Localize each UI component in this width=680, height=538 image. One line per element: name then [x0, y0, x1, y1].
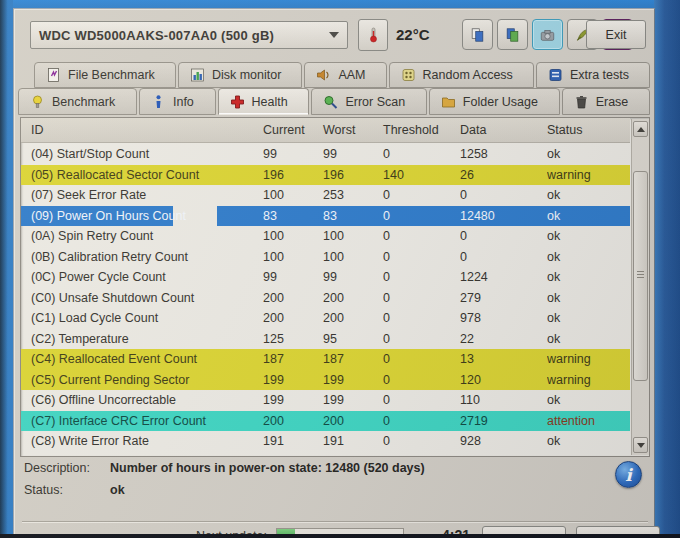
cell-current: 196: [263, 168, 323, 182]
tab-label: Health: [252, 95, 288, 109]
table-row[interactable]: (0C) Power Cycle Count 99 99 0 1224 ok: [21, 267, 630, 288]
cell-id: (0A) Spin Retry Count: [31, 229, 263, 243]
temperature-button[interactable]: [358, 19, 388, 51]
table-row[interactable]: (C6) Offline Uncorrectable 199 199 0 110…: [21, 390, 630, 411]
cell-status: ok: [547, 434, 630, 448]
table-row[interactable]: (C5) Current Pending Sector 199 199 0 12…: [21, 370, 630, 391]
cell-worst: 200: [323, 291, 383, 305]
cell-data: 26: [460, 168, 547, 182]
tab-label: Random Access: [423, 68, 513, 82]
cell-data: 1258: [460, 147, 547, 161]
table-row[interactable]: (04) Start/Stop Count 99 99 0 1258 ok: [21, 144, 630, 165]
cell-worst: 95: [323, 332, 383, 346]
cell-data: 0: [460, 250, 547, 264]
tab-random-access[interactable]: Random Access: [389, 62, 534, 88]
cell-current: 200: [263, 414, 323, 428]
exit-button[interactable]: Exit: [586, 20, 646, 49]
table-row[interactable]: (0B) Calibration Retry Count 100 100 0 0…: [21, 247, 630, 268]
cell-threshold: 0: [383, 209, 460, 223]
scroll-up-button[interactable]: [633, 121, 648, 137]
cell-current: 125: [263, 332, 323, 346]
copy-pages-button[interactable]: [462, 19, 493, 50]
cell-id: (C1) Load Cycle Count: [31, 311, 263, 325]
tab-erase[interactable]: Erase: [562, 88, 650, 115]
cell-id: (C2) Temperature: [31, 332, 263, 346]
table-row[interactable]: (C0) Unsafe Shutdown Count 200 200 0 279…: [21, 288, 630, 309]
cell-worst: 100: [323, 250, 383, 264]
copy-save-icon: [504, 27, 521, 43]
cell-status: attention: [547, 414, 630, 428]
description-label: Description:: [24, 461, 110, 475]
exit-label: Exit: [606, 28, 627, 42]
column-header-current[interactable]: Current: [263, 123, 323, 137]
tab-aam[interactable]: AAM: [304, 62, 386, 88]
cell-status: ok: [547, 147, 630, 161]
info-circle-icon[interactable]: i: [615, 461, 642, 488]
cell-status: ok: [547, 393, 630, 407]
main-toolbar: WDC WD5000AAKS-007AA0 (500 gB) 22°C: [14, 9, 654, 61]
tab-extra-tests[interactable]: Extra tests: [536, 62, 650, 88]
tab-label: File Benchmark: [68, 68, 155, 82]
cell-threshold: 0: [383, 393, 460, 407]
screenshot-button[interactable]: [532, 19, 563, 50]
cell-current: 200: [263, 311, 323, 325]
tab-info[interactable]: Info: [139, 88, 216, 115]
cell-threshold: 0: [383, 352, 460, 366]
error-scan-magnifier-icon: [322, 94, 339, 110]
tab-file-benchmark[interactable]: File Benchmark: [34, 62, 176, 88]
copy-save-button[interactable]: [497, 19, 528, 50]
tab-error-scan[interactable]: Error Scan: [311, 88, 426, 115]
cell-id: (07) Seek Error Rate: [31, 188, 263, 202]
smart-attributes-panel: ID Current Worst Threshold Data Status (…: [20, 117, 650, 457]
table-row[interactable]: (0A) Spin Retry Count 100 100 0 0 ok: [21, 226, 630, 247]
disk-monitor-icon: [189, 67, 206, 83]
column-header-status[interactable]: Status: [547, 123, 630, 137]
desktop-edge-bottom: [0, 534, 680, 538]
hdtune-window: WDC WD5000AAKS-007AA0 (500 gB) 22°C: [13, 8, 655, 538]
column-header-threshold[interactable]: Threshold: [383, 123, 460, 137]
table-row[interactable]: (C8) Write Error Rate 191 191 0 928 ok: [21, 431, 630, 452]
table-row[interactable]: (07) Seek Error Rate 100 253 0 0 ok: [21, 185, 630, 206]
cell-current: 199: [263, 393, 323, 407]
cell-status: ok: [547, 270, 630, 284]
cell-data: 110: [460, 393, 547, 407]
erase-trash-icon: [573, 94, 590, 110]
table-row[interactable]: (C7) Interface CRC Error Count 200 200 0…: [21, 411, 630, 432]
cell-data: 1224: [460, 270, 547, 284]
column-header-worst[interactable]: Worst: [323, 123, 383, 137]
cell-worst: 199: [323, 393, 383, 407]
drive-selector-value: WDC WD5000AAKS-007AA0 (500 gB): [39, 28, 274, 43]
cell-id: (C7) Interface CRC Error Count: [31, 414, 263, 428]
scrollbar-thumb[interactable]: [633, 171, 648, 381]
column-header-data[interactable]: Data: [460, 123, 547, 137]
cell-worst: 200: [323, 414, 383, 428]
tab-benchmark[interactable]: Benchmark: [18, 88, 137, 115]
cell-id: (C5) Current Pending Sector: [31, 373, 263, 387]
scroll-down-button[interactable]: [633, 437, 648, 453]
table-row[interactable]: (C1) Load Cycle Count 200 200 0 978 ok: [21, 308, 630, 329]
column-header-id[interactable]: ID: [31, 123, 263, 137]
tab-disk-monitor[interactable]: Disk monitor: [178, 62, 303, 88]
cell-current: 99: [263, 147, 323, 161]
cell-threshold: 0: [383, 373, 460, 387]
cell-data: 928: [460, 434, 547, 448]
table-row[interactable]: (05) Reallocated Sector Count 196 196 14…: [21, 165, 630, 186]
cell-data: 12480: [460, 209, 547, 223]
cell-data: 978: [460, 311, 547, 325]
table-row[interactable]: (C4) Reallocated Event Count 187 187 0 1…: [21, 349, 630, 370]
cell-id: (05) Reallocated Sector Count: [31, 168, 263, 182]
table-row[interactable]: (09) Power On Hours Count 83 83 0 12480 …: [21, 206, 630, 227]
vertical-scrollbar[interactable]: [631, 119, 649, 455]
status-label: Status:: [24, 483, 110, 497]
cell-id: (C8) Write Error Rate: [31, 434, 263, 448]
scrollbar-grip-icon: [637, 271, 644, 280]
cell-worst: 200: [323, 311, 383, 325]
table-row[interactable]: (C2) Temperature 125 95 0 22 ok: [21, 329, 630, 350]
drive-selector[interactable]: WDC WD5000AAKS-007AA0 (500 gB): [30, 21, 348, 49]
scroll-up-arrow-icon: [637, 127, 645, 132]
tab-folder-usage[interactable]: Folder Usage: [429, 88, 560, 115]
tab-health[interactable]: Health: [218, 88, 310, 115]
cell-current: 199: [263, 373, 323, 387]
tab-label: Erase: [596, 95, 629, 109]
cell-data: 2719: [460, 414, 547, 428]
